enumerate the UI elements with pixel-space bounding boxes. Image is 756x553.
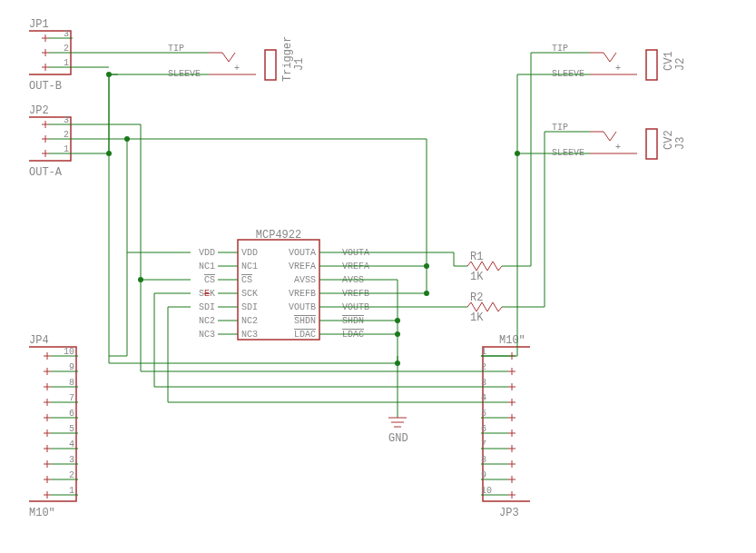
header-jp2: JP2 3 2 1 OUT-A [29, 104, 73, 179]
ic-pin-vrefb: VREFB [289, 289, 316, 299]
ic-pin-shdn: SHDN [294, 316, 316, 326]
jp2-value: OUT-A [29, 166, 63, 179]
netlab-sck: SEK [199, 289, 215, 299]
ic-pin-voutb: VOUTB [289, 302, 316, 312]
j2-name: CV1 [663, 51, 675, 71]
ic-pin-sck: SCK [241, 289, 258, 299]
jp1-value: OUT-B [29, 80, 62, 93]
jp3-pin10: 10 [481, 486, 492, 496]
jp1-pin3: 3 [64, 29, 69, 39]
jp2-pin1: 1 [64, 144, 69, 154]
jp2-pin3: 3 [64, 115, 69, 125]
svg-rect-42 [265, 50, 276, 80]
svg-text:+: + [615, 143, 621, 153]
svg-point-55 [395, 331, 400, 337]
jp4-pin3: 3 [69, 455, 74, 465]
svg-point-57 [424, 263, 429, 269]
schematic-canvas: MCP4922 VDD NC1 CS SCK SDI NC2 NC3 VOUTA… [0, 0, 756, 553]
jp4-pin7: 7 [69, 393, 74, 403]
jp4-pin10: 10 [64, 347, 74, 357]
jp4-pin8: 8 [69, 378, 74, 388]
jp4-pin5: 5 [69, 424, 74, 434]
svg-point-52 [106, 151, 112, 156]
j1-tip-label: TIP [168, 44, 184, 54]
netlab-nc1: NC1 [199, 262, 215, 272]
svg-point-53 [124, 136, 130, 142]
header-jp3: M10" 1 2 3 4 5 6 7 8 9 10 JP3 [481, 334, 530, 519]
svg-text:+: + [615, 64, 621, 74]
j3-tip-label: TIP [552, 123, 568, 133]
j3-name: CV2 [663, 130, 675, 150]
jp1-ref: JP1 [29, 18, 49, 31]
ic-pin-vouta: VOUTA [289, 248, 316, 258]
header-jp4: JP4 10 9 8 7 6 5 4 3 2 1 M10" [29, 334, 78, 519]
svg-point-58 [424, 291, 429, 296]
jp3-pin9: 9 [481, 470, 486, 480]
header-jp1: JP1 3 2 1 OUT-B [29, 18, 73, 93]
jp4-pin1: 1 [69, 486, 74, 496]
jp3-pin5: 5 [481, 409, 486, 419]
jp3-ref: JP3 [499, 507, 519, 519]
j2-tip-label: TIP [552, 44, 568, 54]
ic-pin-sdi: SDI [241, 302, 258, 312]
ic-name: MCP4922 [256, 229, 301, 242]
r2-value: 1K [470, 311, 484, 324]
jp4-pin2: 2 [69, 470, 74, 480]
j1-name: Trigger [281, 36, 294, 82]
jp1-pin1: 1 [64, 58, 69, 68]
jp4-ref: JP4 [29, 334, 49, 347]
svg-point-54 [395, 318, 400, 323]
jp4-pin4: 4 [69, 439, 74, 449]
jp1-pin2: 2 [64, 44, 69, 54]
ic-pin-cs: CS [241, 275, 252, 285]
r1-ref: R1 [470, 251, 483, 263]
ic-pin-ldac: LDAC [294, 330, 316, 340]
jp2-pin2: 2 [64, 130, 69, 140]
jp4-value: M10" [29, 507, 55, 519]
r1-value: 1K [470, 271, 484, 283]
jp3-pin3: 3 [481, 378, 486, 388]
svg-point-56 [395, 360, 400, 366]
gnd-label: GND [388, 432, 408, 445]
jp3-pin7: 7 [481, 439, 486, 449]
netlab-vdd: VDD [199, 248, 215, 258]
svg-rect-46 [646, 129, 657, 159]
jp4-pin6: 6 [69, 409, 74, 419]
svg-point-59 [515, 151, 520, 156]
netlab-nc2: NC2 [199, 316, 215, 326]
ic-pin-nc2: NC2 [241, 316, 258, 326]
jp3-pin2: 2 [481, 362, 486, 372]
gnd-symbol: GND [388, 356, 408, 445]
jp3-pin4: 4 [481, 393, 486, 403]
netlab-cs: CS [204, 275, 215, 285]
j3-ref: J3 [674, 137, 687, 150]
jp3-pin8: 8 [481, 455, 486, 465]
svg-rect-44 [646, 50, 657, 80]
netlab-sdi: SDI [199, 302, 215, 312]
svg-text:+: + [234, 64, 240, 74]
jp2-ref: JP2 [29, 104, 49, 117]
ic-pin-vdd: VDD [241, 248, 258, 258]
jp3-pin6: 6 [481, 424, 486, 434]
jp3-pin1: 1 [481, 347, 486, 357]
ic-pin-nc1: NC1 [241, 262, 258, 272]
svg-point-51 [106, 72, 112, 77]
jp4-pin9: 9 [69, 362, 74, 372]
ic-pin-vrefa: VREFA [289, 262, 316, 272]
resistor-r1: R1 1K [467, 251, 502, 283]
ic-pin-nc3: NC3 [241, 330, 258, 340]
svg-point-60 [138, 277, 143, 282]
ic-pin-avss: AVSS [294, 275, 316, 285]
j1-ref: J1 [293, 58, 306, 71]
resistor-r2: R2 1K [467, 291, 502, 324]
r2-ref: R2 [470, 291, 483, 304]
nets [73, 53, 590, 402]
j2-ref: J2 [674, 58, 687, 71]
netlab-nc3: NC3 [199, 330, 215, 340]
jp3-value: M10" [499, 334, 525, 347]
